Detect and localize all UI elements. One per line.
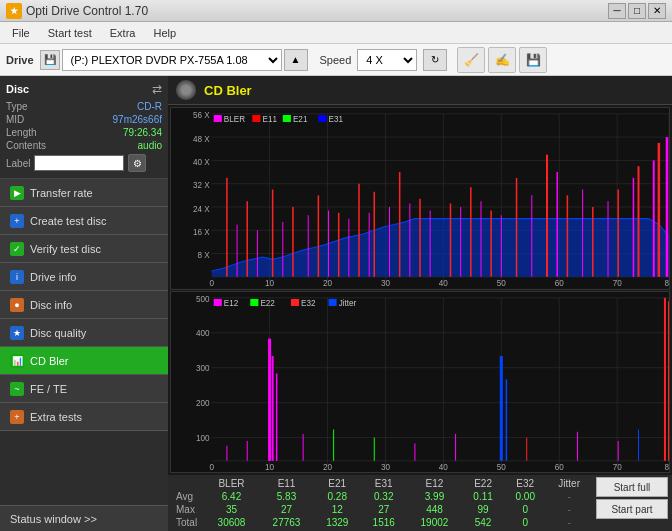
svg-text:60: 60 [555,278,564,289]
sidebar-item-create-test-disc[interactable]: + Create test disc [0,207,168,235]
drive-bar: Drive 💾 (P:) PLEXTOR DVDR PX-755A 1.08 ▲… [0,44,672,76]
app-icon: ★ [6,3,22,19]
drive-label: Drive [6,54,34,66]
col-header-e12: E12 [407,477,462,490]
stats-total-e21: 1329 [314,516,360,529]
disc-info-icon: ● [10,298,24,312]
disc-length-label: Length [6,127,37,138]
speed-select[interactable]: 4 X 1 X 2 X 8 X Max [357,49,417,71]
svg-text:Jitter: Jitter [339,297,357,308]
save-icon: 💾 [526,53,541,67]
drive-icon: 💾 [40,50,60,70]
svg-text:0: 0 [209,278,214,289]
title-bar-left: ★ Opti Drive Control 1.70 [6,3,148,19]
stats-max-row: Max 35 27 12 27 448 99 0 - [172,503,592,516]
sidebar-item-transfer-rate[interactable]: ▶ Transfer rate [0,179,168,207]
disc-type-value: CD-R [137,101,162,112]
svg-text:40 X: 40 X [193,157,210,168]
disc-expand-icon[interactable]: ⇄ [152,82,162,96]
sidebar-item-disc-info[interactable]: ● Disc info [0,291,168,319]
disc-length-value: 79:26.34 [123,127,162,138]
cd-bler-disc-icon [176,80,196,100]
menu-start-test[interactable]: Start test [40,25,100,41]
stats-avg-e32: 0.00 [504,490,546,503]
drive-select[interactable]: (P:) PLEXTOR DVDR PX-755A 1.08 [62,49,282,71]
svg-text:48 X: 48 X [193,133,210,144]
stats-total-e22: 542 [462,516,504,529]
sidebar: Disc ⇄ Type CD-R MID 97m26s66f Length 79… [0,76,168,531]
svg-text:400: 400 [196,327,210,338]
svg-text:40: 40 [439,278,448,289]
svg-text:8 X: 8 X [197,250,209,261]
svg-text:30: 30 [381,461,390,472]
bottom-chart-svg: 500 400 300 200 100 0 10 20 30 40 50 60 … [171,292,669,473]
stats-max-e31: 27 [361,503,407,516]
status-window-button[interactable]: Status window >> [0,505,168,531]
sidebar-item-fe-te-label: FE / TE [30,383,67,395]
sidebar-item-disc-quality[interactable]: ★ Disc quality [0,319,168,347]
col-header-bler: BLER [204,477,259,490]
menu-extra[interactable]: Extra [102,25,144,41]
stats-avg-e21: 0.28 [314,490,360,503]
disc-label-gear-button[interactable]: ⚙ [128,154,146,172]
drive-icons: 🧹 ✍ 💾 [457,47,547,73]
fe-te-icon: ~ [10,382,24,396]
sidebar-item-disc-quality-label: Disc quality [30,327,86,339]
start-part-button[interactable]: Start part [596,499,668,519]
stats-total-e12: 19002 [407,516,462,529]
maximize-button[interactable]: □ [628,3,646,19]
stats-total-bler: 30608 [204,516,259,529]
erase-button[interactable]: 🧹 [457,47,485,73]
sidebar-item-cd-bler[interactable]: 📊 CD Bler [0,347,168,375]
svg-text:500: 500 [196,293,210,304]
svg-text:20: 20 [323,278,332,289]
svg-text:200: 200 [196,397,210,408]
disc-title: Disc [6,83,29,95]
menu-help[interactable]: Help [145,25,184,41]
disc-header: Disc ⇄ [6,82,162,96]
stats-total-label: Total [172,516,204,529]
sidebar-item-extra-tests-label: Extra tests [30,411,82,423]
svg-text:70: 70 [613,278,622,289]
top-chart: 56 X 48 X 40 X 32 X 24 X 16 X 8 X 0 10 2… [170,107,670,290]
svg-rect-75 [214,115,222,122]
stats-avg-e12: 3.99 [407,490,462,503]
stats-table: BLER E11 E21 E31 E12 E22 E32 Jitter Avg [172,477,592,529]
menu-file[interactable]: File [4,25,38,41]
sidebar-item-extra-tests[interactable]: + Extra tests [0,403,168,431]
disc-panel: Disc ⇄ Type CD-R MID 97m26s66f Length 79… [0,76,168,179]
disc-mid-row: MID 97m26s66f [6,113,162,126]
top-chart-svg: 56 X 48 X 40 X 32 X 24 X 16 X 8 X 0 10 2… [171,108,669,289]
sidebar-item-drive-info[interactable]: i Drive info [0,263,168,291]
sidebar-item-verify-test-disc[interactable]: ✓ Verify test disc [0,235,168,263]
svg-text:E22: E22 [260,297,275,308]
minimize-button[interactable]: ─ [608,3,626,19]
save-button[interactable]: 💾 [519,47,547,73]
svg-rect-77 [252,115,260,122]
sidebar-item-verify-test-disc-label: Verify test disc [30,243,101,255]
disc-label-row: Label ⚙ [6,152,162,172]
write-button[interactable]: ✍ [488,47,516,73]
drive-eject-button[interactable]: ▲ [284,49,308,71]
content-title: CD Bler [204,83,252,98]
stats-max-e32: 0 [504,503,546,516]
stats-avg-label: Avg [172,490,204,503]
bottom-chart: 500 400 300 200 100 0 10 20 30 40 50 60 … [170,291,670,474]
speed-refresh-button[interactable]: ↻ [423,49,447,71]
stats-avg-e11: 5.83 [259,490,314,503]
svg-text:E21: E21 [293,113,308,124]
sidebar-item-drive-info-label: Drive info [30,271,76,283]
col-header-jitter: Jitter [546,477,592,490]
close-button[interactable]: ✕ [648,3,666,19]
sidebar-item-fe-te[interactable]: ~ FE / TE [0,375,168,403]
stats-total-e31: 1516 [361,516,407,529]
svg-rect-133 [250,298,258,305]
start-full-button[interactable]: Start full [596,477,668,497]
stats-total-jitter: - [546,516,592,529]
stats-max-bler: 35 [204,503,259,516]
disc-contents-value: audio [138,140,162,151]
disc-label-input[interactable] [34,155,124,171]
svg-text:70: 70 [613,461,622,472]
stats-max-e22: 99 [462,503,504,516]
action-buttons: Start full Start part [596,477,668,519]
